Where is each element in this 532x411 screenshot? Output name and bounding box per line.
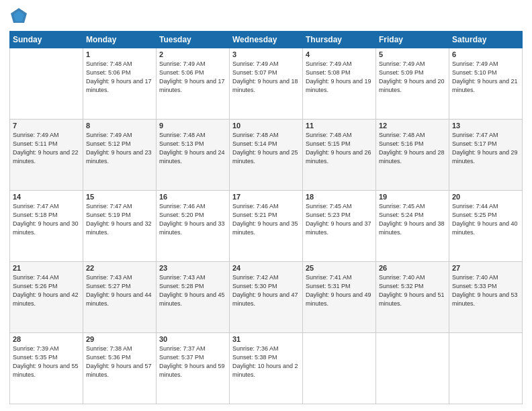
day-info: Sunrise: 7:49 AMSunset: 5:07 PMDaylight:… [232,60,300,95]
calendar-cell: 10 Sunrise: 7:48 AMSunset: 5:14 PMDaylig… [230,120,303,191]
calendar-cell: 14 Sunrise: 7:47 AMSunset: 5:18 PMDaylig… [10,191,83,262]
calendar-cell: 1 Sunrise: 7:48 AMSunset: 5:06 PMDayligh… [83,48,157,120]
day-number: 25 [306,264,373,272]
day-info: Sunrise: 7:48 AMSunset: 5:14 PMDaylight:… [232,131,300,166]
day-number: 1 [86,50,153,58]
day-number: 2 [159,50,226,58]
day-info: Sunrise: 7:49 AMSunset: 5:11 PMDaylight:… [13,131,80,166]
header-day-monday: Monday [83,32,157,48]
day-info: Sunrise: 7:43 AMSunset: 5:27 PMDaylight:… [86,273,153,308]
day-info: Sunrise: 7:48 AMSunset: 5:06 PMDaylight:… [86,60,153,95]
calendar-cell: 15 Sunrise: 7:47 AMSunset: 5:19 PMDaylig… [83,191,157,262]
calendar-cell: 5 Sunrise: 7:49 AMSunset: 5:09 PMDayligh… [376,48,449,120]
day-number: 28 [13,335,80,343]
day-info: Sunrise: 7:49 AMSunset: 5:06 PMDaylight:… [159,60,226,95]
calendar-cell: 7 Sunrise: 7:49 AMSunset: 5:11 PMDayligh… [10,120,83,191]
calendar-week-row: 7 Sunrise: 7:49 AMSunset: 5:11 PMDayligh… [10,120,523,191]
day-number: 15 [86,193,153,201]
calendar-week-row: 28 Sunrise: 7:39 AMSunset: 5:35 PMDaylig… [10,333,523,404]
calendar-cell: 13 Sunrise: 7:47 AMSunset: 5:17 PMDaylig… [449,120,523,191]
day-info: Sunrise: 7:48 AMSunset: 5:15 PMDaylight:… [306,131,373,166]
calendar-cell: 6 Sunrise: 7:49 AMSunset: 5:10 PMDayligh… [449,48,523,120]
calendar-cell: 22 Sunrise: 7:43 AMSunset: 5:27 PMDaylig… [83,262,157,333]
calendar-cell: 3 Sunrise: 7:49 AMSunset: 5:07 PMDayligh… [230,48,303,120]
day-info: Sunrise: 7:49 AMSunset: 5:12 PMDaylight:… [86,131,153,166]
calendar-page: SundayMondayTuesdayWednesdayThursdayFrid… [0,0,532,411]
calendar-table: SundayMondayTuesdayWednesdayThursdayFrid… [9,31,523,404]
day-info: Sunrise: 7:44 AMSunset: 5:26 PMDaylight:… [13,273,80,308]
day-info: Sunrise: 7:45 AMSunset: 5:23 PMDaylight:… [306,202,373,237]
day-number: 20 [452,193,519,201]
day-number: 21 [13,264,80,272]
calendar-cell: 31 Sunrise: 7:36 AMSunset: 5:38 PMDaylig… [230,333,303,404]
day-number: 24 [232,264,300,272]
calendar-cell [376,333,449,404]
calendar-cell: 23 Sunrise: 7:43 AMSunset: 5:28 PMDaylig… [157,262,230,333]
calendar-cell: 27 Sunrise: 7:40 AMSunset: 5:33 PMDaylig… [449,262,523,333]
logo-icon [9,7,28,26]
calendar-cell: 30 Sunrise: 7:37 AMSunset: 5:37 PMDaylig… [157,333,230,404]
calendar-cell: 16 Sunrise: 7:46 AMSunset: 5:20 PMDaylig… [157,191,230,262]
day-info: Sunrise: 7:49 AMSunset: 5:10 PMDaylight:… [452,60,519,95]
day-info: Sunrise: 7:47 AMSunset: 5:17 PMDaylight:… [452,131,519,166]
day-info: Sunrise: 7:44 AMSunset: 5:25 PMDaylight:… [452,202,519,237]
calendar-cell: 12 Sunrise: 7:48 AMSunset: 5:16 PMDaylig… [376,120,449,191]
day-number: 11 [306,122,373,130]
day-info: Sunrise: 7:40 AMSunset: 5:32 PMDaylight:… [379,273,446,308]
calendar-cell: 17 Sunrise: 7:46 AMSunset: 5:21 PMDaylig… [230,191,303,262]
day-number: 6 [452,50,519,58]
day-info: Sunrise: 7:47 AMSunset: 5:19 PMDaylight:… [86,202,153,237]
header-day-wednesday: Wednesday [230,32,303,48]
day-info: Sunrise: 7:48 AMSunset: 5:13 PMDaylight:… [159,131,226,166]
calendar-cell [303,333,376,404]
calendar-cell: 8 Sunrise: 7:49 AMSunset: 5:12 PMDayligh… [83,120,157,191]
day-info: Sunrise: 7:43 AMSunset: 5:28 PMDaylight:… [159,273,226,308]
calendar-cell: 18 Sunrise: 7:45 AMSunset: 5:23 PMDaylig… [303,191,376,262]
calendar-cell: 29 Sunrise: 7:38 AMSunset: 5:36 PMDaylig… [83,333,157,404]
day-number: 14 [13,193,80,201]
calendar-cell: 21 Sunrise: 7:44 AMSunset: 5:26 PMDaylig… [10,262,83,333]
calendar-cell: 20 Sunrise: 7:44 AMSunset: 5:25 PMDaylig… [449,191,523,262]
day-number: 22 [86,264,153,272]
day-number: 31 [232,335,300,343]
day-info: Sunrise: 7:38 AMSunset: 5:36 PMDaylight:… [86,345,153,379]
calendar-week-row: 21 Sunrise: 7:44 AMSunset: 5:26 PMDaylig… [10,262,523,333]
calendar-cell: 24 Sunrise: 7:42 AMSunset: 5:30 PMDaylig… [230,262,303,333]
day-number: 12 [379,122,446,130]
header-day-saturday: Saturday [449,32,523,48]
header-day-thursday: Thursday [303,32,376,48]
day-info: Sunrise: 7:39 AMSunset: 5:35 PMDaylight:… [13,345,80,379]
day-info: Sunrise: 7:36 AMSunset: 5:38 PMDaylight:… [232,345,300,379]
day-info: Sunrise: 7:45 AMSunset: 5:24 PMDaylight:… [379,202,446,237]
day-number: 23 [159,264,226,272]
day-number: 7 [13,122,80,130]
calendar-header-row: SundayMondayTuesdayWednesdayThursdayFrid… [10,32,523,48]
calendar-week-row: 1 Sunrise: 7:48 AMSunset: 5:06 PMDayligh… [10,48,523,120]
calendar-cell: 25 Sunrise: 7:41 AMSunset: 5:31 PMDaylig… [303,262,376,333]
header-day-tuesday: Tuesday [157,32,230,48]
day-number: 26 [379,264,446,272]
header [9,7,523,26]
day-info: Sunrise: 7:49 AMSunset: 5:09 PMDaylight:… [379,60,446,95]
header-day-friday: Friday [376,32,449,48]
calendar-cell: 9 Sunrise: 7:48 AMSunset: 5:13 PMDayligh… [157,120,230,191]
calendar-cell: 11 Sunrise: 7:48 AMSunset: 5:15 PMDaylig… [303,120,376,191]
day-info: Sunrise: 7:40 AMSunset: 5:33 PMDaylight:… [452,273,519,308]
day-number: 8 [86,122,153,130]
day-number: 29 [86,335,153,343]
day-number: 10 [232,122,300,130]
day-info: Sunrise: 7:37 AMSunset: 5:37 PMDaylight:… [159,345,226,379]
day-info: Sunrise: 7:41 AMSunset: 5:31 PMDaylight:… [306,273,373,308]
day-info: Sunrise: 7:42 AMSunset: 5:30 PMDaylight:… [232,273,300,308]
day-number: 3 [232,50,300,58]
day-number: 19 [379,193,446,201]
day-number: 9 [159,122,226,130]
logo [9,7,31,26]
day-number: 27 [452,264,519,272]
day-info: Sunrise: 7:46 AMSunset: 5:20 PMDaylight:… [159,202,226,237]
day-info: Sunrise: 7:49 AMSunset: 5:08 PMDaylight:… [306,60,373,95]
day-number: 16 [159,193,226,201]
day-number: 13 [452,122,519,130]
calendar-body: 1 Sunrise: 7:48 AMSunset: 5:06 PMDayligh… [10,48,523,404]
calendar-cell: 28 Sunrise: 7:39 AMSunset: 5:35 PMDaylig… [10,333,83,404]
